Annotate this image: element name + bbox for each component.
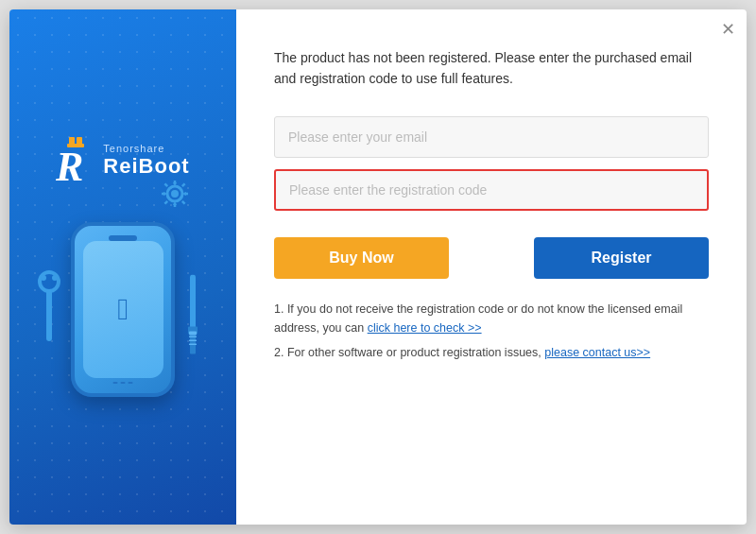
gear-icon	[156, 175, 194, 216]
logo-icon: R	[56, 137, 95, 184]
svg-point-5	[41, 275, 46, 281]
wrench-icon	[35, 270, 63, 350]
svg-line-21	[164, 183, 167, 186]
input-group	[274, 116, 709, 211]
phone-body: 	[71, 222, 175, 397]
registration-dialog: ✕ R Tenorshare	[9, 9, 747, 525]
apple-logo-icon: 	[117, 292, 129, 327]
contact-us-link[interactable]: please contact us>>	[544, 346, 650, 359]
phone-notch	[109, 235, 137, 241]
note2-prefix: 2. For other software or product registr…	[274, 346, 544, 359]
tenorshare-label: Tenorshare	[103, 143, 189, 154]
note1: 1. If you do not receive the registratio…	[274, 300, 709, 337]
description-text: The product has not been registered. Ple…	[274, 47, 709, 90]
reiboot-r-icon: R	[56, 137, 95, 184]
svg-rect-11	[189, 331, 197, 335]
logo-text-right: Tenorshare ReiBoot	[103, 143, 189, 179]
svg-point-4	[40, 272, 59, 291]
screwdriver-icon	[182, 274, 203, 363]
register-button[interactable]: Register	[534, 237, 709, 279]
note2: 2. For other software or product registr…	[274, 343, 709, 362]
svg-rect-14	[189, 343, 197, 345]
svg-text:R: R	[56, 144, 83, 184]
right-panel: The product has not been registered. Ple…	[236, 9, 747, 525]
svg-point-16	[171, 190, 179, 198]
svg-line-24	[164, 201, 167, 204]
svg-rect-13	[189, 339, 197, 341]
svg-rect-12	[189, 336, 197, 337]
reg-code-wrapper	[274, 169, 709, 211]
svg-rect-7	[46, 289, 52, 341]
email-input[interactable]	[274, 116, 709, 158]
left-panel: R Tenorshare ReiBoot	[9, 9, 236, 525]
close-button[interactable]: ✕	[721, 19, 735, 40]
click-here-link[interactable]: click here to check >>	[368, 321, 482, 335]
button-row: Buy Now Register	[274, 237, 709, 279]
phone-illustration: 	[71, 222, 175, 397]
registration-code-input[interactable]	[274, 169, 709, 211]
phone-screen: 	[83, 241, 163, 378]
buy-now-button[interactable]: Buy Now	[274, 237, 449, 279]
svg-line-22	[182, 201, 185, 204]
svg-line-23	[182, 183, 185, 186]
svg-point-6	[52, 275, 58, 281]
svg-rect-8	[190, 274, 196, 331]
